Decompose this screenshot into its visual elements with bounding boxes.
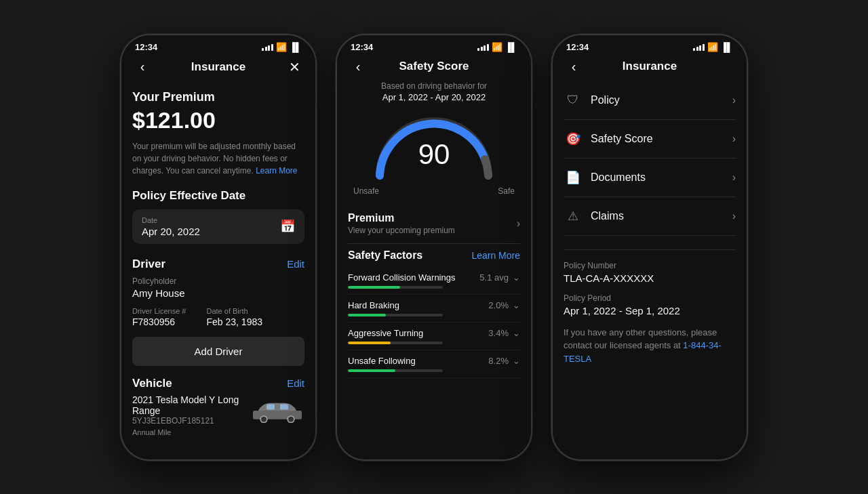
factor-name-1: Forward Collision Warnings — [348, 272, 455, 283]
factor-bar-wrap-3 — [348, 342, 443, 344]
factor-row-3[interactable]: Aggressive Turning 3.4% ⌄ — [348, 323, 520, 350]
driver-title: Driver — [132, 258, 165, 271]
gauge-safe-label: Safe — [498, 186, 515, 196]
learn-more-link-2[interactable]: Learn More — [471, 250, 520, 261]
policy-label: Policy — [591, 94, 620, 106]
svg-rect-3 — [267, 404, 275, 409]
scene: 12:34 📶 ▐▌ ‹ Insurance ✕ Yo — [106, 20, 762, 474]
status-bar-3: 12:34 📶 ▐▌ — [553, 35, 747, 56]
svg-point-1 — [260, 416, 267, 423]
contact-info: If you have any other questions, please … — [564, 326, 736, 366]
safety-score-icon: 🎯 — [564, 129, 583, 148]
factor-bar-4 — [348, 369, 395, 372]
driver-details: Driver License # F7830956 Date of Birth … — [132, 307, 304, 327]
factor-bar-2 — [348, 314, 386, 316]
svg-rect-4 — [280, 404, 288, 409]
learn-more-link-1[interactable]: Learn More — [256, 166, 297, 176]
gauge-unsafe-label: Unsafe — [353, 186, 379, 196]
vehicle-name: 2021 Tesla Model Y Long Range — [132, 394, 250, 416]
factor-chevron-3: ⌄ — [513, 328, 520, 338]
policy-info: Policy Number TLA-CA-A-XXXXXX Policy Per… — [564, 249, 736, 366]
driver-header: Driver Edit — [132, 258, 304, 271]
factor-name-2: Hard Braking — [348, 300, 443, 310]
status-bar-2: 12:34 📶 ▐▌ — [337, 35, 531, 56]
page-title-2: Safety Score — [399, 60, 469, 73]
premium-amount: $121.00 — [132, 107, 304, 133]
license-value: F7830956 — [132, 316, 186, 327]
factor-bar-1 — [348, 286, 400, 289]
wifi-icon-2: 📶 — [492, 42, 502, 52]
license-label: Driver License # — [132, 307, 186, 315]
premium-section[interactable]: Premium View your upcoming premium › — [348, 204, 520, 244]
policy-number-label: Policy Number — [564, 261, 736, 270]
phone-insurance-premium: 12:34 📶 ▐▌ ‹ Insurance ✕ Yo — [120, 34, 317, 461]
claims-label: Claims — [591, 210, 624, 222]
documents-icon: 📄 — [564, 168, 583, 187]
premium-label: Your Premium — [132, 90, 304, 104]
policy-period-label: Policy Period — [564, 293, 736, 303]
premium-section-sub: View your upcoming premium — [348, 226, 455, 235]
car-image — [250, 398, 304, 426]
menu-item-claims[interactable]: ⚠ Claims › — [564, 197, 736, 236]
premium-section-title: Premium — [348, 212, 455, 224]
close-button-1[interactable]: ✕ — [284, 59, 304, 75]
battery-icon-3: ▐▌ — [721, 42, 733, 52]
date-input[interactable]: Date Apr 20, 2022 📅 — [132, 209, 304, 244]
factor-name-4: Unsafe Following — [348, 356, 443, 366]
menu-item-documents[interactable]: 📄 Documents › — [564, 159, 736, 197]
factor-value-1: 5.1 avg — [479, 272, 509, 283]
date-value: Apr 20, 2022 — [142, 226, 200, 237]
factor-bar-3 — [348, 342, 391, 344]
vehicle-header: Vehicle Edit — [132, 377, 304, 390]
policy-chevron-icon: › — [732, 94, 736, 106]
safety-factors-header: Safety Factors Learn More — [348, 249, 520, 262]
factor-row-4[interactable]: Unsafe Following 8.2% ⌄ — [348, 350, 520, 378]
score-date: Apr 1, 2022 - Apr 20, 2022 — [348, 92, 520, 102]
safety-score-chevron-icon: › — [732, 133, 736, 145]
battery-icon-1: ▐▌ — [290, 42, 302, 52]
factor-value-2: 2.0% — [488, 300, 509, 310]
policy-number-value: TLA-CA-A-XXXXXX — [564, 272, 736, 284]
factor-row-2[interactable]: Hard Braking 2.0% ⌄ — [348, 295, 520, 323]
status-bar-1: 12:34 📶 ▐▌ — [121, 35, 315, 56]
battery-icon-2: ▐▌ — [505, 42, 517, 52]
premium-description: Your premium will be adjusted monthly ba… — [132, 140, 304, 177]
menu-item-safety-score[interactable]: 🎯 Safety Score › — [564, 120, 736, 159]
factor-bar-wrap-4 — [348, 369, 443, 372]
dob-label: Date of Birth — [206, 307, 262, 315]
wifi-icon-3: 📶 — [707, 42, 718, 52]
claims-icon: ⚠ — [564, 207, 583, 226]
safety-score-label: Safety Score — [591, 133, 653, 145]
back-button-3[interactable]: ‹ — [564, 59, 584, 75]
vehicle-edit-link[interactable]: Edit — [287, 377, 304, 389]
nav-bar-2: ‹ Safety Score — [337, 56, 531, 81]
phone-insurance-menu: 12:34 📶 ▐▌ ‹ Insurance — [551, 34, 748, 461]
time-3: 12:34 — [566, 42, 589, 52]
add-driver-button[interactable]: Add Driver — [132, 337, 304, 366]
signal-icon-1 — [262, 43, 273, 51]
dob-value: Feb 23, 1983 — [206, 316, 262, 327]
factor-row-1[interactable]: Forward Collision Warnings 5.1 avg ⌄ — [348, 267, 520, 295]
nav-bar-1: ‹ Insurance ✕ — [121, 56, 315, 82]
factor-bar-wrap-2 — [348, 314, 443, 316]
factor-value-4: 8.2% — [488, 356, 509, 366]
annual-mile-label: Annual Mile — [132, 428, 304, 436]
nav-bar-3: ‹ Insurance — [553, 56, 747, 81]
documents-label: Documents — [591, 171, 646, 184]
gauge: 90 — [366, 108, 502, 182]
factor-chevron-2: ⌄ — [513, 300, 520, 310]
menu-item-policy[interactable]: 🛡 Policy › — [564, 81, 736, 120]
factor-chevron-4: ⌄ — [513, 356, 520, 366]
score-number: 90 — [418, 138, 450, 171]
gauge-labels: Unsafe Safe — [348, 186, 520, 196]
factor-name-3: Aggressive Turning — [348, 328, 443, 338]
premium-chevron-icon: › — [517, 218, 520, 230]
claims-chevron-icon: › — [732, 210, 736, 222]
safety-factors-title: Safety Factors — [348, 249, 422, 262]
driver-edit-link[interactable]: Edit — [287, 258, 304, 270]
vehicle-title: Vehicle — [132, 377, 172, 390]
back-button-1[interactable]: ‹ — [132, 59, 153, 75]
back-button-2[interactable]: ‹ — [348, 59, 368, 75]
factor-list: Forward Collision Warnings 5.1 avg ⌄ — [348, 267, 520, 378]
page-title-1: Insurance — [191, 60, 245, 74]
